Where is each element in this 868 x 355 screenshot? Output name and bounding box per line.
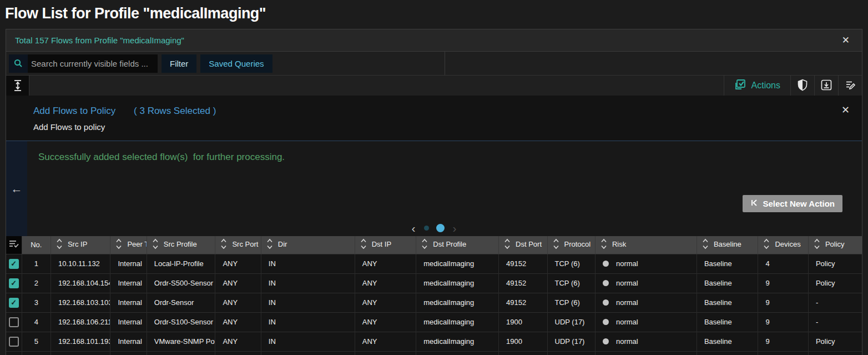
column-header-src_profile[interactable]: Src Profile [147,236,215,254]
select-new-action-button[interactable]: Select New Action [743,195,842,212]
column-label-dir: Dir [278,240,287,248]
column-header-dst_profile[interactable]: Dst Profile [416,236,499,254]
cell-dst_profile: medicalImaging [416,254,499,273]
cell-dst_ip: ANY [355,273,416,293]
table-row: ✓2192.168.104.154InternalOrdr-S500-Senso… [6,273,862,293]
edit-list-icon [845,79,856,92]
cell-policy [808,351,862,355]
cell-no: 3 [22,293,51,312]
row-checkbox[interactable] [9,317,19,327]
cell-policy: - [808,293,862,312]
cell-no [22,351,51,355]
actions-icon [734,78,746,93]
pagination-dot-1[interactable] [424,226,429,231]
cell-devices: 9 [758,293,808,312]
column-header-policy[interactable]: Policy [808,236,862,254]
actions-label: Actions [751,81,780,91]
policy-shield-button[interactable] [790,76,814,96]
action-panel-subtitle: Add Flows to policy [33,122,862,132]
select-new-action-label: Select New Action [763,199,835,208]
cell-dir: IN [261,332,355,351]
summary-text: Total 157 Flows from Profile "medicalIma… [15,36,184,45]
cell-src_port: ANY [215,254,261,273]
row-checkbox-cell: ✓ [6,273,22,293]
cell-devices: 9 [758,332,808,351]
column-header-dst_ip[interactable]: Dst IP [355,236,416,254]
column-header-baseline[interactable]: Baseline [697,236,758,254]
cell-peer_type: Internal [110,312,147,332]
cell-dir: IN [261,293,355,312]
toolbar: Actions [6,76,862,96]
cell-policy: Policy [808,332,862,351]
row-checkbox[interactable] [9,337,19,347]
cell-src_port [215,351,261,355]
column-header-protocol[interactable]: Protocol [547,236,595,254]
cell-dst_port: 49152 [499,293,547,312]
actions-button[interactable]: Actions [724,76,790,96]
action-panel-close-icon[interactable]: ✕ [838,103,853,117]
table-row: ✓3192.168.103.103InternalOrdr-SensorANYI… [6,293,862,312]
close-icon[interactable]: ✕ [839,33,853,47]
risk-dot-icon [603,319,609,325]
cell-src_ip: 192.168.106.211 [51,312,110,332]
flow-table: No.Src IPPeer TySrc ProfileSrc PortDirDs… [6,236,862,355]
column-header-src_port[interactable]: Src Port [215,236,261,254]
column-header-dst_port[interactable]: Dst Port [499,236,547,254]
cell-dst_profile [416,351,499,355]
column-header-dir[interactable]: Dir [261,236,355,254]
risk-dot-icon [603,299,609,306]
back-button[interactable]: ← [6,141,27,236]
cell-dir [261,351,355,355]
cell-protocol: TCP (6) [547,273,595,293]
cell-protocol: TCP (6) [547,293,595,312]
column-label-no: No. [31,241,42,249]
cell-dst_ip [355,351,416,355]
search-input[interactable] [28,59,158,68]
cell-baseline: Baseline [697,293,758,312]
cell-protocol [547,351,595,355]
pagination-prev-icon[interactable]: ‹ [411,224,417,232]
action-panel-header: Add Flows to Policy ( 3 Rows Selected ) … [6,96,862,141]
select-all-header[interactable] [6,236,22,254]
row-checkbox[interactable]: ✓ [9,278,19,288]
filter-button[interactable]: Filter [162,54,196,73]
saved-queries-button[interactable]: Saved Queries [200,54,272,73]
risk-dot-icon [603,338,609,344]
column-header-no: No. [22,236,51,254]
cell-src_port: ANY [215,273,261,293]
cell-dst_port [499,351,547,355]
pagination-next-icon[interactable]: › [452,224,458,232]
row-checkbox[interactable]: ✓ [9,259,19,269]
column-label-src_port: Src Port [232,240,258,248]
edit-columns-button[interactable] [838,76,862,96]
fit-height-icon[interactable] [6,76,29,96]
column-header-peer_type[interactable]: Peer Ty [110,236,147,254]
cell-risk: normal [595,332,697,351]
cell-dir: IN [261,273,355,293]
cell-devices: 9 [758,273,808,293]
risk-dot-icon [603,280,609,286]
row-checkbox[interactable]: ✓ [9,298,19,308]
column-label-devices: Devices [775,240,800,248]
column-label-baseline: Baseline [714,240,741,248]
cell-peer_type: Internal [110,273,147,293]
column-label-dst_port: Dst Port [516,240,542,248]
rows-selected-label: ( 3 Rows Selected ) [134,106,216,116]
row-checkbox-cell [6,332,22,351]
cell-risk: normal [595,293,697,312]
cell-dir: IN [261,312,355,332]
download-button[interactable] [814,76,838,96]
action-panel-body: ← Successfully added selected flow(s) fo… [6,141,862,236]
column-header-risk[interactable]: Risk [595,236,697,254]
cell-risk: normal [595,273,697,293]
column-header-src_ip[interactable]: Src IP [51,236,110,254]
cell-src_profile: VMware-SNMP Poller [147,332,215,351]
pagination-dot-2[interactable] [436,224,445,232]
cell-protocol: UDP (17) [547,332,595,351]
column-header-devices[interactable]: Devices [758,236,808,254]
back-arrow-icon: ← [11,182,23,196]
row-checkbox-cell: ✓ [6,293,22,312]
cell-src_port: ANY [215,293,261,312]
cell-src_profile: Ordr-Sensor [147,293,215,312]
cell-dst_profile: medicalImaging [416,332,499,351]
